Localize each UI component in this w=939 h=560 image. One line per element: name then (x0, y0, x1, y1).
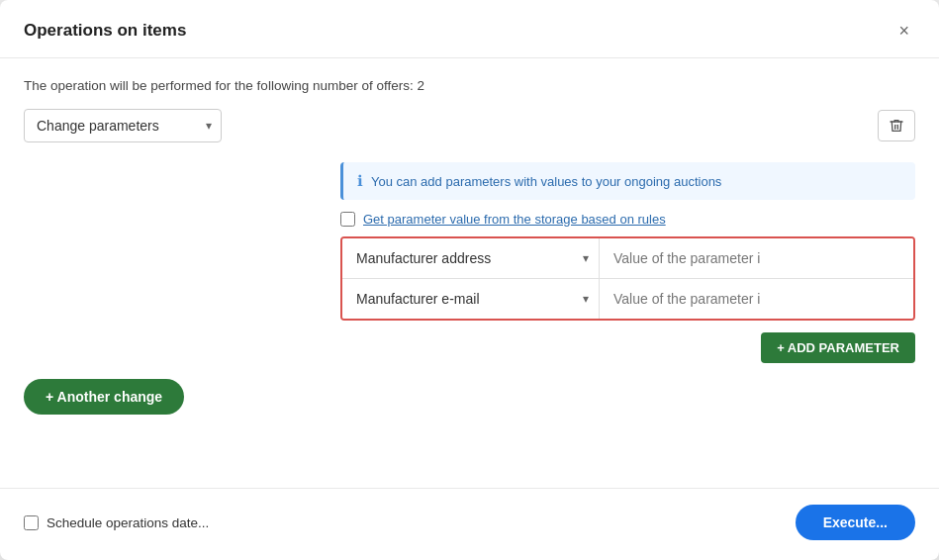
operation-select-wrapper: Change parameters Change price Change st… (24, 109, 222, 142)
info-circle-icon: ℹ (357, 172, 363, 190)
get-param-label[interactable]: Get parameter value from the storage bas… (363, 212, 666, 227)
schedule-checkbox[interactable] (24, 515, 39, 530)
get-param-checkbox-row: Get parameter value from the storage bas… (340, 212, 915, 227)
info-banner: ℹ You can add parameters with values to … (340, 162, 915, 200)
param-row-2: Manufacturer e-mail ▾ (342, 279, 913, 319)
modal: Operations on items × The operation will… (0, 0, 939, 560)
modal-title: Operations on items (24, 21, 186, 41)
execute-button[interactable]: Execute... (796, 505, 915, 540)
schedule-checkbox-row: Schedule operations date... (24, 515, 209, 530)
add-param-button[interactable]: + ADD PARAMETER (761, 332, 915, 363)
modal-body: The operation will be performed for the … (0, 58, 939, 488)
operation-row: Change parameters Change price Change st… (24, 109, 915, 142)
param-select-2[interactable]: Manufacturer e-mail (342, 279, 599, 319)
add-param-row: + ADD PARAMETER (340, 332, 915, 363)
trash-icon (889, 118, 904, 134)
param-select-1[interactable]: Manufacturer address (342, 238, 599, 278)
trash-button[interactable] (878, 110, 915, 141)
parameters-section: Manufacturer address ▾ Manufacturer e-ma… (340, 236, 915, 321)
modal-footer: Schedule operations date... Execute... (0, 488, 939, 560)
schedule-label[interactable]: Schedule operations date... (47, 515, 209, 530)
get-param-checkbox[interactable] (340, 212, 355, 227)
info-banner-text: You can add parameters with values to yo… (371, 174, 721, 189)
param-select-wrapper-1: Manufacturer address ▾ (342, 238, 600, 278)
offers-info-text: The operation will be performed for the … (24, 78, 915, 93)
another-change-button[interactable]: + Another change (24, 379, 184, 415)
param-input-1[interactable] (600, 238, 913, 278)
operation-select[interactable]: Change parameters Change price Change st… (24, 109, 222, 142)
param-row-1: Manufacturer address ▾ (342, 238, 913, 279)
modal-header: Operations on items × (0, 0, 939, 58)
param-input-2[interactable] (600, 279, 913, 319)
param-select-wrapper-2: Manufacturer e-mail ▾ (342, 279, 600, 319)
close-button[interactable]: × (892, 20, 915, 42)
